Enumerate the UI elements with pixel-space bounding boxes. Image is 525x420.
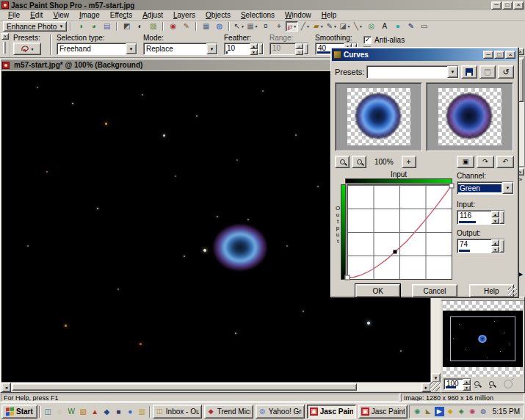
preset-shape-icon[interactable]: ● (391, 21, 404, 32)
paint-brush-icon[interactable]: ✎▼ (325, 21, 338, 32)
chart-icon[interactable]: ▥ (137, 406, 148, 418)
spin-down-icon[interactable]: ▼ (463, 385, 471, 391)
curve-active-point[interactable] (393, 250, 397, 253)
ok-button[interactable]: OK (355, 284, 400, 297)
input-spinbox[interactable]: 116 ▲ ▼ (457, 210, 505, 225)
horizontal-scrollbar[interactable]: ◄ ► (1, 382, 431, 391)
selection-tool-icon[interactable]: ℘▼ (286, 21, 298, 32)
slider-popup-button[interactable] (258, 43, 263, 54)
zoom-in-button[interactable]: + (489, 379, 501, 389)
curves-titlebar[interactable]: Curves ─ □ × (332, 48, 517, 61)
output-spinbox[interactable]: 74 ▲ ▼ (457, 239, 505, 253)
menu-window[interactable]: Window (280, 10, 316, 20)
feather-spinbox[interactable]: 10 ▲ ▼ (224, 43, 264, 55)
menu-view[interactable]: View (48, 10, 74, 20)
close-icon[interactable]: × (1, 33, 9, 40)
selection-type-combobox[interactable]: Freehand ▼ (57, 43, 137, 55)
task-button[interactable]: ▣Jasc Paint S... (307, 405, 356, 419)
antialias-checkbox-row[interactable]: ✓ Anti-alias (363, 35, 427, 45)
volume-tray-icon[interactable]: ◣ (424, 407, 433, 416)
auto-proof-button[interactable]: ↷ (477, 156, 494, 168)
chevron-down-icon[interactable]: ▼ (447, 66, 458, 78)
save-preset-button[interactable] (461, 65, 477, 79)
picture-tube-icon[interactable]: ◎ (365, 21, 377, 32)
maximize-button[interactable]: □ (494, 51, 504, 59)
enhance-photo-button[interactable]: Enhance Photo ▼ (3, 21, 67, 32)
spin-up-icon[interactable]: ▲ (463, 379, 471, 385)
one-step-photo-fix-icon[interactable]: ◑ (74, 21, 87, 32)
palette-scroll-thumb[interactable] (518, 58, 524, 102)
channel-combobox[interactable]: Green ▼ (457, 181, 514, 195)
slider-popup-button[interactable] (499, 239, 504, 253)
presets-button[interactable]: ▼ (13, 43, 41, 55)
minimize-button[interactable]: ─ (483, 51, 493, 59)
antivirus-tray-icon[interactable]: ◉ (413, 407, 422, 416)
zoom-out-button[interactable] (335, 156, 350, 168)
media-player-tray-icon[interactable]: ▶ (435, 407, 444, 416)
network-tray-icon[interactable]: ◍ (479, 407, 488, 416)
web-browser-icon[interactable]: ◍ (213, 21, 225, 32)
spin-up-icon[interactable]: ▲ (250, 43, 258, 49)
scanner-tray-icon[interactable]: ◉ (468, 407, 477, 416)
chevron-down-icon[interactable]: ▼ (502, 182, 513, 194)
task-button[interactable]: ◆Trend Micro In... (204, 405, 253, 419)
mail-icon[interactable]: ◆ (101, 406, 112, 418)
photo-fix-dialog-icon[interactable]: ▤ (101, 21, 113, 32)
menu-edit[interactable]: Edit (25, 10, 48, 20)
image-information-icon[interactable]: ▦ (200, 21, 212, 32)
red-eye-icon[interactable]: ◉ (167, 21, 179, 32)
fill-flash-icon[interactable]: ▨ (147, 21, 159, 32)
scroll-left-icon[interactable]: ◄ (1, 383, 11, 392)
messenger-tray-icon[interactable]: ◆ (446, 407, 455, 416)
antialias-checkbox[interactable]: ✓ (363, 36, 372, 44)
pan-tool-icon[interactable]: ↖▼ (233, 21, 245, 32)
word-icon[interactable]: W (66, 406, 77, 418)
show-desktop-icon[interactable]: ◫ (43, 406, 54, 418)
navigate-button[interactable]: + (402, 156, 416, 168)
start-button[interactable]: Start (1, 405, 37, 419)
cancel-button[interactable]: Cancel (412, 284, 457, 297)
clone-brush-icon[interactable]: ◪▼ (338, 21, 351, 32)
chevron-down-icon[interactable]: ▼ (206, 43, 217, 54)
task-button[interactable]: ◫Inbox - Outlo... (153, 405, 202, 419)
internet-icon[interactable]: ● (125, 406, 136, 418)
spin-up-icon[interactable]: ▲ (491, 239, 499, 246)
close-button[interactable]: × (505, 51, 515, 59)
zoom-in-button[interactable] (352, 156, 366, 168)
deform-tool-icon[interactable]: ▦▼ (246, 21, 258, 32)
options-bar-handle[interactable]: × (0, 32, 10, 57)
preview-on-image-button[interactable]: ▣ (457, 156, 474, 168)
dropper-tool-icon[interactable]: ╱▼ (299, 21, 311, 32)
overview-settings-icon[interactable] (504, 380, 513, 388)
menu-objects[interactable]: Objects (200, 10, 236, 20)
proof-button[interactable]: ↶ (496, 156, 514, 168)
mode-combobox[interactable]: Replace ▼ (143, 43, 218, 55)
spin-down-icon[interactable]: ▼ (491, 246, 499, 253)
straighten-icon[interactable]: ◩ (120, 21, 133, 32)
tone-curve[interactable] (347, 185, 452, 279)
move-tool-icon[interactable]: + (272, 21, 285, 32)
curve-low-handle[interactable] (345, 275, 350, 280)
spreadsheet-icon[interactable]: ▧ (78, 406, 89, 418)
update-tray-icon[interactable]: ◈ (457, 407, 466, 416)
media-icon[interactable]: ▲ (90, 406, 101, 418)
menu-effects[interactable]: Effects (105, 10, 137, 20)
close-button[interactable]: × (513, 1, 524, 10)
pen-tool-icon[interactable]: ✎ (405, 21, 417, 32)
horizontal-scroll-thumb[interactable] (12, 383, 357, 391)
notes-icon[interactable]: ■ (113, 406, 124, 418)
makeover-icon[interactable]: ✎ (180, 21, 192, 32)
object-selector-icon[interactable]: ▭ (418, 21, 430, 32)
chevron-down-icon[interactable]: ▼ (126, 43, 137, 54)
search-icon[interactable]: ◌ (54, 406, 65, 418)
color-replacer-icon[interactable]: ▰▼ (312, 21, 325, 32)
maximize-button[interactable]: □ (502, 1, 513, 10)
curve-grid[interactable] (347, 184, 452, 280)
menu-layers[interactable]: Layers (168, 10, 200, 20)
slider-popup-button[interactable] (499, 211, 504, 224)
overview-zoom-spinbox[interactable]: 100 ▲ ▼ (443, 378, 471, 390)
overview-thumbnail[interactable] (443, 311, 523, 367)
menu-file[interactable]: File (3, 10, 25, 20)
window-resize-grip[interactable] (430, 382, 440, 391)
minimize-button[interactable]: ─ (491, 1, 502, 10)
